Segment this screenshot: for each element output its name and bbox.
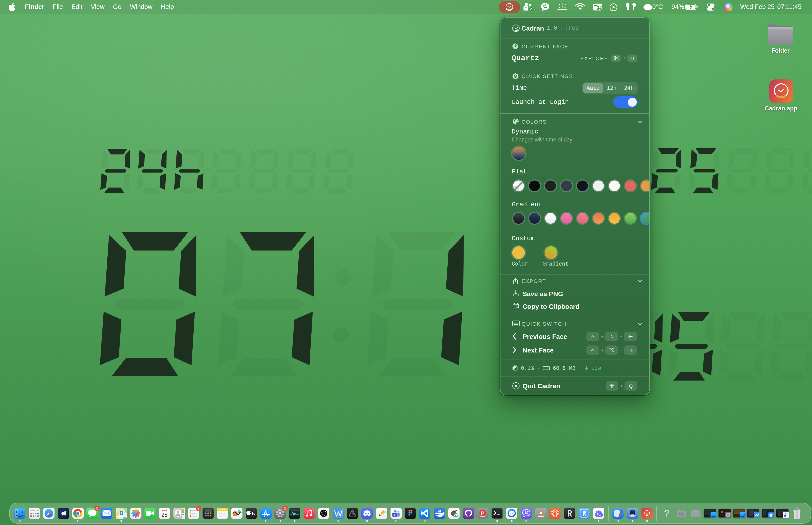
- svg-text:Wed: Wed: [162, 509, 167, 512]
- svg-text:tv: tv: [252, 511, 256, 516]
- svg-text:T: T: [394, 513, 395, 516]
- svg-text:25: 25: [162, 512, 168, 518]
- svg-text:CE: CE: [454, 514, 458, 517]
- svg-text:T: T: [525, 6, 527, 10]
- svg-text:?: ?: [664, 508, 669, 519]
